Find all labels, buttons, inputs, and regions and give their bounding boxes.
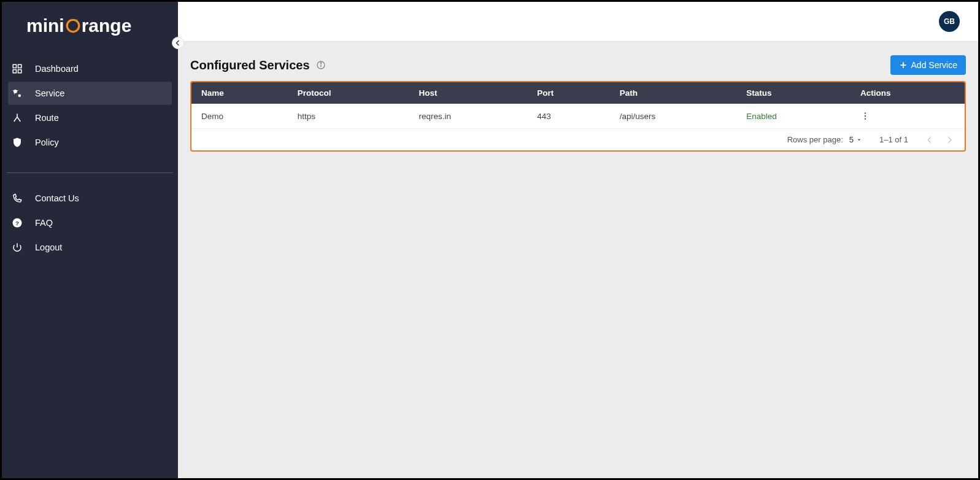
next-page-button[interactable]	[945, 136, 954, 144]
sidebar-item-label: Route	[35, 113, 59, 123]
svg-text:?: ?	[15, 220, 19, 226]
chevron-left-icon	[925, 136, 934, 144]
brand-text-part2: range	[82, 15, 132, 36]
caret-down-icon	[856, 137, 862, 143]
sidebar-item-label: Contact Us	[35, 193, 79, 203]
col-name: Name	[191, 82, 288, 104]
sidebar-item-label: Logout	[35, 242, 62, 252]
rows-per-page-value: 5	[849, 135, 854, 144]
pagination-range: 1–1 of 1	[879, 135, 908, 144]
cell-path: /api/users	[610, 104, 736, 129]
table-row: Demo https reqres.in 443 /api/users Enab…	[191, 104, 965, 129]
avatar[interactable]: GB	[939, 11, 960, 32]
services-table: Name Protocol Host Port Path Status Acti…	[191, 82, 965, 129]
table-footer: Rows per page: 5 1–1 of 1	[191, 129, 965, 150]
sidebar-item-contact-us[interactable]: Contact Us	[8, 187, 172, 210]
more-vertical-icon	[860, 111, 870, 121]
prev-page-button[interactable]	[925, 136, 934, 144]
service-icon	[10, 87, 24, 100]
brand-text-part1: mini	[26, 15, 64, 36]
phone-icon	[10, 192, 24, 205]
pager	[925, 136, 954, 144]
brand-orange-o-icon	[65, 18, 81, 34]
cell-name: Demo	[191, 104, 288, 129]
rows-per-page-label: Rows per page:	[787, 135, 843, 144]
svg-rect-2	[18, 64, 21, 68]
sidebar-item-label: Policy	[35, 137, 59, 147]
page-title: Configured Services	[190, 58, 326, 72]
sidebar-item-dashboard[interactable]: Dashboard	[8, 57, 172, 80]
col-port: Port	[527, 82, 610, 104]
sidebar-item-label: FAQ	[35, 218, 53, 228]
sidebar-item-route[interactable]: Route	[8, 106, 172, 130]
svg-rect-4	[18, 70, 21, 73]
policy-shield-icon	[10, 136, 24, 149]
col-path: Path	[610, 82, 736, 104]
sidebar-item-label: Dashboard	[35, 64, 79, 74]
help-icon: ?	[10, 216, 24, 230]
add-service-label: Add Service	[911, 60, 957, 70]
col-host: Host	[409, 82, 528, 104]
power-icon	[10, 241, 24, 254]
cell-port: 443	[527, 104, 610, 129]
add-service-button[interactable]: Add Service	[890, 55, 966, 75]
sidebar-item-service[interactable]: Service	[8, 82, 172, 105]
svg-point-0	[67, 20, 79, 32]
cell-protocol: https	[288, 104, 409, 129]
cell-host: reqres.in	[409, 104, 528, 129]
svg-point-14	[865, 118, 866, 119]
route-icon	[10, 111, 24, 125]
topbar: GB	[178, 2, 978, 42]
sidebar: mini range Dashboard Service Route	[2, 2, 178, 478]
dashboard-icon	[10, 62, 24, 75]
rows-per-page-select[interactable]: 5	[849, 135, 862, 144]
logo: mini range	[2, 2, 178, 51]
sidebar-divider	[7, 172, 173, 173]
sidebar-collapse-button[interactable]	[172, 37, 184, 49]
col-status: Status	[736, 82, 851, 104]
sidebar-item-label: Service	[35, 88, 64, 98]
svg-point-12	[865, 112, 866, 114]
chevron-right-icon	[945, 136, 954, 144]
col-protocol: Protocol	[288, 82, 409, 104]
col-actions: Actions	[851, 82, 965, 104]
svg-rect-1	[13, 64, 16, 68]
page-header: Configured Services Add Service	[190, 55, 966, 75]
page-title-text: Configured Services	[190, 58, 310, 72]
row-actions-menu[interactable]	[860, 111, 955, 121]
svg-point-11	[320, 63, 321, 63]
sidebar-nav-primary: Dashboard Service Route Policy	[2, 51, 178, 160]
sidebar-item-policy[interactable]: Policy	[8, 131, 172, 154]
cell-status: Enabled	[736, 104, 851, 129]
svg-rect-3	[13, 70, 16, 73]
svg-point-6	[18, 95, 21, 98]
info-icon[interactable]	[316, 60, 326, 70]
svg-point-5	[14, 90, 17, 93]
sidebar-item-logout[interactable]: Logout	[8, 236, 172, 259]
sidebar-nav-secondary: Contact Us ? FAQ Logout	[2, 185, 178, 260]
main: GB Configured Services Add Service Name …	[178, 2, 978, 478]
chevron-left-icon	[174, 39, 182, 47]
content: Configured Services Add Service Name Pro…	[178, 42, 978, 478]
rows-per-page: Rows per page: 5	[787, 135, 862, 144]
svg-point-13	[865, 115, 866, 117]
services-table-card: Name Protocol Host Port Path Status Acti…	[190, 81, 966, 152]
plus-icon	[899, 61, 908, 69]
sidebar-item-faq[interactable]: ? FAQ	[8, 211, 172, 234]
table-header-row: Name Protocol Host Port Path Status Acti…	[191, 82, 965, 104]
